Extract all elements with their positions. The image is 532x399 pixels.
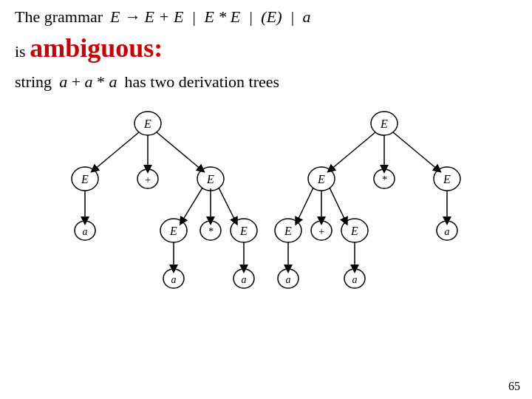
grammar-header: The grammar E → E + E | E * E | (E) | a xyxy=(15,7,517,27)
right-tree: E E * E a E + E xyxy=(273,105,495,297)
svg-text:*: * xyxy=(208,226,214,237)
is-text: is xyxy=(15,42,30,61)
svg-text:E: E xyxy=(350,225,358,237)
svg-text:a: a xyxy=(286,274,291,285)
svg-text:a: a xyxy=(352,274,358,285)
svg-text:E: E xyxy=(239,225,248,237)
svg-line-8 xyxy=(94,132,139,170)
svg-text:E: E xyxy=(206,173,214,185)
string-line: string a + a * a has two derivation tree… xyxy=(15,72,517,92)
string-formula: a + a * a xyxy=(59,72,117,92)
svg-line-20 xyxy=(182,188,202,222)
svg-line-49 xyxy=(297,188,313,222)
ambiguous-line: is ambiguous: xyxy=(15,33,517,64)
svg-text:E: E xyxy=(380,117,388,130)
svg-text:E: E xyxy=(317,173,325,185)
left-tree: E E + E a E * E xyxy=(37,105,259,297)
svg-text:a: a xyxy=(242,274,247,285)
svg-text:+: + xyxy=(318,226,324,237)
ambiguous-text: ambiguous: xyxy=(30,33,163,63)
svg-text:*: * xyxy=(382,174,387,185)
string-label: string xyxy=(15,72,52,92)
svg-line-22 xyxy=(219,188,236,222)
svg-text:E: E xyxy=(284,225,292,237)
page-number: 65 xyxy=(508,380,520,393)
grammar-label: The grammar xyxy=(15,7,103,27)
svg-text:a: a xyxy=(171,274,177,285)
svg-line-39 xyxy=(393,132,438,170)
svg-line-10 xyxy=(157,132,202,170)
svg-text:a: a xyxy=(83,226,88,237)
has-two-trees-text: has two derivation trees xyxy=(125,72,280,92)
trees-container: E E + E a E * E xyxy=(15,105,517,297)
svg-line-51 xyxy=(330,188,346,222)
svg-text:E: E xyxy=(81,173,89,185)
grammar-formula: E → E + E | E * E | (E) | a xyxy=(110,7,310,27)
svg-text:E: E xyxy=(143,117,151,130)
svg-text:a: a xyxy=(445,226,450,237)
svg-text:E: E xyxy=(169,225,177,237)
svg-text:E: E xyxy=(443,173,451,185)
svg-line-37 xyxy=(330,132,375,170)
svg-text:+: + xyxy=(144,174,151,185)
